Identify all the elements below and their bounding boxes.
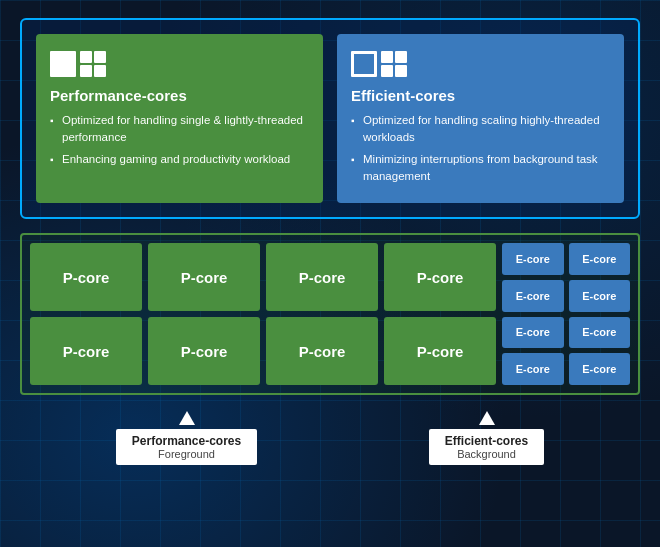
e-core-cell: E-core (569, 317, 631, 349)
bottom-labels: Performance-cores Foreground Efficient-c… (20, 411, 640, 465)
pcore-big-square-icon (50, 51, 76, 77)
ecore-arrow-up-icon (479, 411, 495, 425)
pcore-grid-cell (80, 65, 92, 77)
ecore-card: Efficient-cores Optimized for handling s… (337, 34, 624, 203)
e-core-cell: E-core (569, 243, 631, 275)
pcore-grid-cell (94, 65, 106, 77)
e-core-cell: E-core (502, 353, 564, 385)
ecore-label-subtitle: Background (445, 448, 528, 460)
pcore-small-grid-icon (80, 51, 106, 77)
top-cards-section: Performance-cores Optimized for handling… (20, 18, 640, 219)
ecore-icon (351, 48, 610, 77)
pcore-icon (50, 48, 309, 77)
e-core-cell: E-core (569, 353, 631, 385)
e-core-cell: E-core (502, 243, 564, 275)
pcore-bullets: Optimized for handling single & lightly-… (50, 112, 309, 168)
ecore-small-grid-icon (381, 51, 407, 77)
p-core-cell: P-core (148, 317, 260, 385)
e-core-cell: E-core (502, 317, 564, 349)
ecore-label-title: Efficient-cores (445, 434, 528, 448)
pcore-grid-cell (80, 51, 92, 63)
pcore-bullet-2: Enhancing gaming and productivity worklo… (50, 151, 309, 168)
e-core-cell: E-core (569, 280, 631, 312)
pcore-label-text-box: Performance-cores Foreground (116, 429, 257, 465)
pcore-bullet-1: Optimized for handling single & lightly-… (50, 112, 309, 147)
ecore-grid-cell (395, 65, 407, 77)
ecore-grid-cell (381, 51, 393, 63)
p-core-cell: P-core (266, 317, 378, 385)
p-core-cell: P-core (266, 243, 378, 311)
pcore-card-title: Performance-cores (50, 87, 309, 104)
pcore-arrow-up-icon (179, 411, 195, 425)
ecore-bullet-1: Optimized for handling scaling highly-th… (351, 112, 610, 147)
pcore-label-subtitle: Foreground (132, 448, 241, 460)
e-core-cell: E-core (502, 280, 564, 312)
pcore-grid-cell (94, 51, 106, 63)
p-core-cell: P-core (30, 317, 142, 385)
p-core-cell: P-core (30, 243, 142, 311)
ecore-bullet-2: Minimizing interruptions from background… (351, 151, 610, 186)
main-container: Performance-cores Optimized for handling… (0, 0, 660, 547)
ecore-bullets: Optimized for handling scaling highly-th… (351, 112, 610, 185)
pcore-label-title: Performance-cores (132, 434, 241, 448)
pcore-label-box: Performance-cores Foreground (116, 411, 257, 465)
ecore-card-title: Efficient-cores (351, 87, 610, 104)
core-grid-section: P-core P-core P-core P-core P-core P-cor… (20, 233, 640, 395)
ecore-label-box: Efficient-cores Background (429, 411, 544, 465)
pcore-card: Performance-cores Optimized for handling… (36, 34, 323, 203)
e-cores-grid: E-core E-core E-core E-core E-core E-cor… (502, 243, 630, 385)
p-core-cell: P-core (148, 243, 260, 311)
p-core-cell: P-core (384, 243, 496, 311)
ecore-outline-icon (351, 51, 377, 77)
ecore-label-text-box: Efficient-cores Background (429, 429, 544, 465)
ecore-grid-cell (395, 51, 407, 63)
p-core-cell: P-core (384, 317, 496, 385)
ecore-grid-cell (381, 65, 393, 77)
p-cores-grid: P-core P-core P-core P-core P-core P-cor… (30, 243, 496, 385)
